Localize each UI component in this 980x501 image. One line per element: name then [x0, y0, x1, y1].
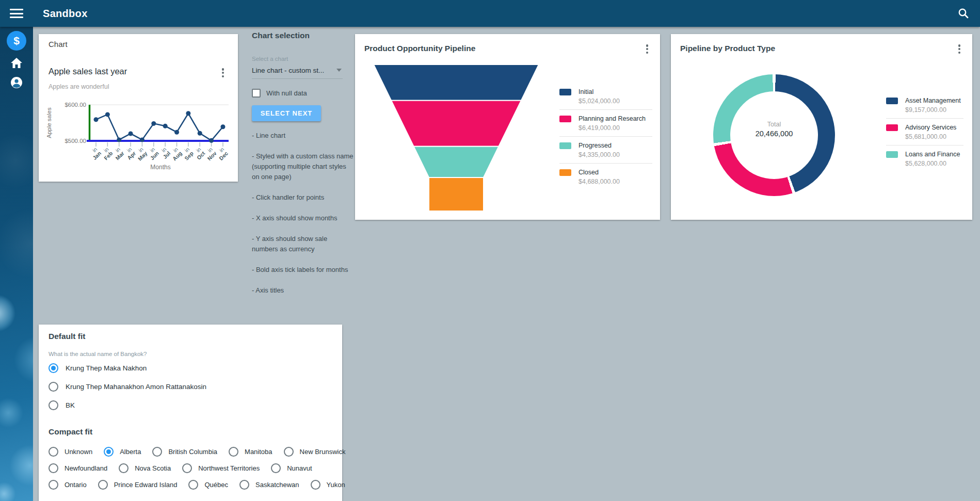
dollar-icon: $: [7, 31, 26, 51]
menu-icon[interactable]: [10, 9, 23, 18]
legend-value: $5,024,000.00: [579, 98, 620, 105]
radio-button[interactable]: [49, 447, 58, 457]
radio-option-nova-scotia[interactable]: Nova Scotia: [119, 463, 171, 473]
radio-button[interactable]: [49, 400, 58, 410]
radio-option-british-columbia[interactable]: British Columbia: [152, 447, 217, 457]
legend-item-loans-finance[interactable]: Loans and Finance $5,628,000.00: [886, 145, 963, 172]
radio-option-unknown[interactable]: Unknown: [49, 447, 92, 457]
svg-text:inJul: inJul: [157, 146, 171, 160]
radio-option-krung-thep-mahanakhon[interactable]: Krung Thep Mahanakhon Amon Rattanakosin: [49, 382, 206, 392]
donut-total-value: 20,466,000: [756, 130, 793, 138]
legend-item-progressed[interactable]: Progressed $4,335,000.00: [559, 136, 652, 163]
radio-button[interactable]: [239, 480, 249, 490]
select-chart-label: Select a chart: [252, 56, 354, 62]
radio-option-quebec[interactable]: Québec: [188, 480, 228, 490]
legend-label: Progressed: [579, 142, 620, 149]
radio-button[interactable]: [119, 463, 128, 473]
funnel-chart-card: Product Opportunity Pipeline Initial $5,…: [355, 34, 660, 220]
chart-select-dropdown[interactable]: Line chart - custom st...: [252, 66, 343, 79]
select-next-button[interactable]: SELECT NEXT: [252, 105, 321, 121]
radio-label: Nova Scotia: [135, 464, 171, 472]
legend-swatch: [886, 98, 898, 104]
pipeline-donut-chart[interactable]: Total 20,466,000: [713, 74, 835, 196]
svg-text:Apple sales: Apple sales: [46, 107, 52, 138]
null-data-checkbox[interactable]: [252, 89, 261, 98]
legend-label: Initial: [579, 88, 620, 95]
funnel-legend: Initial $5,024,000.00 Planning and Resea…: [559, 83, 652, 190]
sidebar-item-home[interactable]: [0, 57, 33, 69]
radio-option-saskatchewan[interactable]: Saskatchewan: [239, 480, 299, 490]
radio-button[interactable]: [49, 382, 58, 392]
radio-button[interactable]: [229, 447, 238, 457]
radio-option-newfoundland[interactable]: Newfoundland: [49, 463, 107, 473]
legend-swatch: [559, 169, 571, 176]
search-icon[interactable]: [957, 7, 970, 20]
sidebar-item-sales[interactable]: $: [0, 31, 33, 51]
radio-button[interactable]: [104, 447, 114, 457]
svg-text:$500.00: $500.00: [65, 138, 86, 144]
radio-button[interactable]: [49, 480, 58, 490]
chart-note: - X axis should show months: [252, 213, 354, 223]
compact-row-3: Ontario Prince Edward Island Québec Sask…: [49, 480, 357, 490]
radio-option-krung-thep-maka-nakhon[interactable]: Krung Thep Maka Nakhon: [49, 363, 147, 373]
quiz-card: Default fit What is the actual name of B…: [39, 325, 342, 501]
svg-text:inJan: inJan: [87, 146, 102, 161]
home-icon: [10, 57, 23, 69]
radio-button[interactable]: [98, 480, 108, 490]
radio-button[interactable]: [284, 447, 294, 457]
radio-button[interactable]: [311, 480, 320, 490]
sidebar-item-account[interactable]: [0, 76, 33, 89]
radio-option-yukon[interactable]: Yukon: [311, 480, 345, 490]
legend-item-asset-management[interactable]: Asset Management $9,157,000.00: [886, 92, 963, 118]
radio-label: Krung Thep Mahanakhon Amon Rattanakosin: [66, 383, 206, 391]
radio-label: Prince Edward Island: [114, 481, 178, 489]
legend-item-advisory-services[interactable]: Advisory Services $5,681,000.00: [886, 118, 963, 145]
svg-text:inOct: inOct: [191, 146, 206, 161]
radio-button[interactable]: [152, 447, 162, 457]
radio-option-manitoba[interactable]: Manitoba: [229, 447, 272, 457]
compact-fit-heading: Compact fit: [49, 427, 92, 437]
legend-value: $4,688,000.00: [579, 178, 620, 185]
legend-value: $6,419,000.00: [579, 124, 646, 132]
radio-button[interactable]: [49, 463, 58, 473]
legend-label: Closed: [579, 169, 620, 176]
radio-label: Yukon: [327, 481, 345, 489]
compact-row-1: Unknown Alberta British Columbia Manitob…: [49, 447, 357, 457]
radio-button[interactable]: [49, 363, 58, 373]
legend-item-planning[interactable]: Planning and Research $6,419,000.00: [559, 109, 652, 136]
legend-value: $4,335,000.00: [579, 151, 620, 158]
radio-option-nunavut[interactable]: Nunavut: [271, 463, 312, 473]
with-null-data-option[interactable]: With null data: [252, 89, 354, 98]
appbar: Sandbox: [0, 0, 980, 27]
radio-button[interactable]: [182, 463, 192, 473]
radio-label: Newfoundland: [65, 464, 107, 472]
radio-label: Manitoba: [245, 448, 272, 456]
legend-item-closed[interactable]: Closed $4,688,000.00: [559, 163, 652, 190]
radio-option-northwest-territories[interactable]: Northwest Territories: [182, 463, 260, 473]
legend-item-initial[interactable]: Initial $5,024,000.00: [559, 83, 652, 109]
chart-selection-panel: Chart selection Select a chart Line char…: [252, 31, 354, 306]
chart-select-value: Line chart - custom st...: [252, 67, 324, 74]
legend-label: Asset Management: [905, 97, 961, 104]
radio-option-ontario[interactable]: Ontario: [49, 480, 87, 490]
apple-sales-line-chart[interactable]: $600.00$500.00Apple salesinJaninFebinMar…: [39, 34, 238, 182]
radio-option-bk[interactable]: BK: [49, 400, 75, 410]
radio-option-alberta[interactable]: Alberta: [104, 447, 141, 457]
app-title: Sandbox: [43, 8, 88, 20]
chevron-down-icon: [336, 69, 342, 72]
legend-value: $9,157,000.00: [905, 106, 961, 114]
chart-note: - Line chart: [252, 131, 354, 141]
radio-label: British Columbia: [168, 448, 217, 456]
person-icon: [10, 76, 23, 89]
pipeline-funnel-chart[interactable]: [355, 34, 561, 220]
kebab-menu-icon[interactable]: [955, 43, 964, 55]
kebab-menu-icon[interactable]: [642, 43, 652, 55]
donut-card-title: Pipeline by Product Type: [680, 44, 775, 53]
donut-total-label: Total: [767, 121, 781, 128]
radio-option-new-brunswick[interactable]: New Brunswick: [284, 447, 346, 457]
radio-option-prince-edward-island[interactable]: Prince Edward Island: [98, 480, 178, 490]
radio-button[interactable]: [271, 463, 281, 473]
radio-button[interactable]: [188, 480, 198, 490]
chart-note: - Click handler for points: [252, 192, 354, 203]
radio-label: Krung Thep Maka Nakhon: [66, 364, 147, 372]
